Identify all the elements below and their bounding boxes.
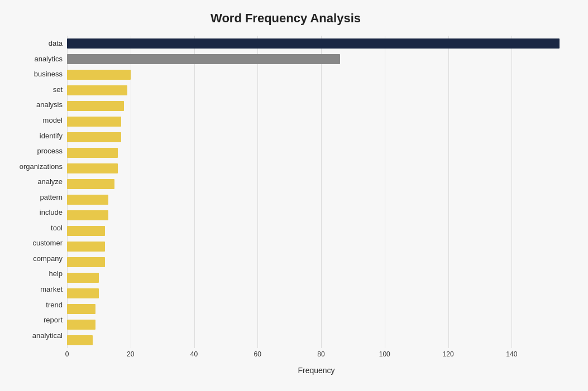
y-label-company: company [33, 251, 63, 267]
y-label-market: market [40, 282, 63, 297]
bar-row [67, 129, 566, 145]
bar-include [67, 210, 108, 220]
bars-and-grid: 020406080100120140 [67, 36, 566, 365]
y-axis-labels: dataanalyticsbusinesssetanalysismodelide… [6, 36, 67, 343]
x-tick-label: 140 [506, 350, 517, 358]
bar-model [67, 117, 121, 127]
bar-report [67, 320, 95, 330]
x-tick-label: 100 [379, 350, 390, 358]
bar-row [67, 207, 566, 223]
y-label-model: model [43, 113, 63, 128]
bar-pattern [67, 195, 108, 205]
y-label-data: data [49, 36, 63, 51]
bar-row [67, 114, 566, 129]
bar-row [67, 254, 566, 270]
chart-container: Word Frequency Analysis dataanalyticsbus… [0, 0, 588, 391]
bar-help [67, 273, 99, 283]
bar-row [67, 270, 566, 286]
bar-process [67, 148, 118, 158]
bar-row [67, 36, 566, 51]
bar-business [67, 70, 131, 80]
x-axis-title: Frequency [67, 366, 566, 375]
bar-set [67, 85, 127, 95]
bar-row [67, 51, 566, 67]
bar-market [67, 288, 99, 298]
y-label-help: help [49, 266, 63, 282]
x-axis-labels: 020406080100120140 [67, 348, 566, 365]
y-label-organizations: organizations [20, 158, 63, 174]
x-tick-label: 20 [127, 350, 134, 358]
chart-title: Word Frequency Analysis [6, 11, 566, 26]
x-tick-label: 80 [317, 350, 324, 358]
bar-row [67, 286, 566, 301]
x-tick-label: 0 [65, 350, 69, 358]
y-label-identify: identify [40, 128, 63, 143]
bar-row [67, 192, 566, 207]
bar-identify [67, 132, 121, 142]
y-label-pattern: pattern [40, 189, 63, 205]
y-label-include: include [40, 205, 63, 220]
bar-trend [67, 304, 95, 314]
bar-customer [67, 242, 105, 252]
bar-row [67, 161, 566, 176]
y-label-tool: tool [51, 220, 63, 236]
y-label-analysis: analysis [36, 97, 63, 113]
y-label-set: set [53, 82, 63, 98]
y-label-report: report [44, 312, 63, 328]
bar-organizations [67, 163, 118, 173]
bar-row [67, 145, 566, 161]
y-label-customer: customer [33, 235, 63, 251]
bar-tool [67, 226, 105, 236]
bar-analysis [67, 101, 124, 111]
bar-row [67, 239, 566, 254]
bar-row [67, 98, 566, 114]
bar-row [67, 176, 566, 192]
bar-row [67, 223, 566, 239]
y-label-trend: trend [46, 297, 63, 312]
y-label-analyze: analyze [37, 174, 63, 190]
bar-analyze [67, 179, 114, 189]
y-label-analytics: analytics [34, 51, 63, 67]
x-tick-label: 60 [254, 350, 261, 358]
chart-area: dataanalyticsbusinesssetanalysismodelide… [6, 36, 566, 343]
y-label-process: process [37, 143, 63, 159]
bar-row [67, 67, 566, 83]
y-label-analytical: analytical [32, 327, 63, 343]
y-label-business: business [34, 66, 63, 82]
x-tick-label: 120 [443, 350, 454, 358]
bar-analytics [67, 54, 340, 64]
bar-row [67, 317, 566, 332]
bar-company [67, 257, 105, 267]
bar-analytical [67, 335, 93, 345]
bar-row [67, 332, 566, 348]
bar-data [67, 38, 560, 49]
bar-row [67, 301, 566, 317]
x-tick-label: 40 [190, 350, 198, 358]
bars-list [67, 36, 566, 348]
bar-row [67, 83, 566, 98]
